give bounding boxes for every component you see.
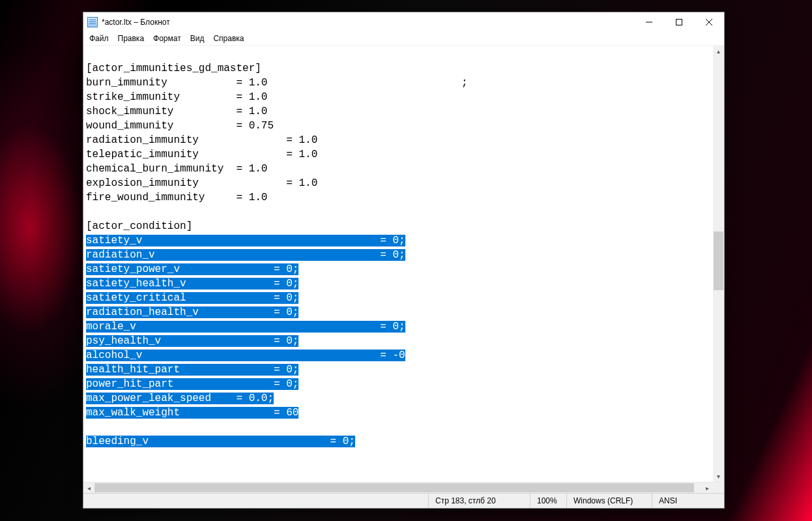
status-line-ending: Windows (CRLF) (567, 494, 652, 508)
selected-text: alcohol_v (86, 350, 142, 361)
status-spacer (83, 494, 428, 508)
text-line: telepatic_immunity = 1.0 (86, 149, 317, 160)
selected-text: = 0; (173, 378, 298, 390)
titlebar[interactable]: *actor.ltx – Блокнот (83, 12, 724, 32)
selected-text: = 60 (180, 407, 298, 419)
text-line: fire_wound_immunity = 1.0 (86, 192, 267, 203)
editor-container: [actor_immunities_gd_master] burn_immuni… (83, 45, 724, 482)
menubar: Файл Правка Формат Вид Справка (83, 32, 724, 45)
scroll-down-icon[interactable]: ▾ (713, 471, 724, 482)
selected-text: = 0; (149, 436, 355, 447)
text-editor[interactable]: [actor_immunities_gd_master] burn_immuni… (83, 46, 713, 482)
close-button[interactable] (694, 12, 724, 32)
selected-text: = 0; (186, 278, 299, 290)
selected-text: max_power_leak_speed (86, 393, 211, 404)
scrollbar-track[interactable] (713, 57, 724, 471)
selected-text: satiety_v (86, 235, 142, 246)
selected-text: = 0; (142, 235, 405, 246)
selected-text: = 0; (180, 263, 298, 275)
selected-text: = 0; (186, 292, 299, 304)
status-position: Стр 183, стлб 20 (429, 494, 530, 508)
vertical-scrollbar[interactable]: ▴ ▾ (713, 46, 724, 482)
status-zoom: 100% (530, 494, 566, 508)
selected-text: = -0 (142, 350, 405, 361)
selected-text: power_hit_part (86, 378, 173, 390)
selected-text: satiety_critical (86, 292, 186, 304)
horizontal-scrollbar[interactable]: ◂ ▸ (83, 482, 724, 493)
selected-text: satiety_power_v (86, 263, 180, 275)
scrollbar-corner (713, 483, 724, 494)
text-line: [actor_immunities_gd_master] (86, 63, 261, 74)
status-encoding: ANSI (652, 494, 724, 508)
selected-text: radiation_v (86, 249, 155, 261)
selected-text: health_hit_part (86, 364, 180, 376)
scroll-left-icon[interactable]: ◂ (83, 483, 94, 494)
selected-text: = 0; (136, 321, 405, 333)
selected-text: = 0.0; (211, 393, 274, 404)
notepad-icon (87, 17, 98, 27)
text-line: strike_immunity = 1.0 (86, 91, 267, 103)
menu-format[interactable]: Формат (149, 33, 186, 44)
selected-text: = 0; (180, 364, 298, 376)
scroll-up-icon[interactable]: ▴ (713, 46, 724, 57)
menu-edit[interactable]: Правка (113, 33, 149, 44)
selected-text: = 0; (161, 335, 298, 347)
text-line: shock_immunity = 1.0 (86, 106, 267, 117)
scroll-right-icon[interactable]: ▸ (702, 483, 713, 494)
maximize-button[interactable] (664, 12, 694, 32)
text-line: [actor_condition] (86, 220, 192, 232)
menu-file[interactable]: Файл (85, 33, 113, 44)
text-line: burn_immunity = 1.0 ; (86, 77, 468, 89)
text-line: chemical_burn_immunity = 1.0 (86, 163, 267, 175)
selected-text: psy_health_v (86, 335, 161, 347)
close-icon (706, 19, 712, 25)
svg-rect-1 (676, 20, 682, 25)
maximize-icon (676, 19, 682, 25)
text-line: radiation_immunity = 1.0 (86, 134, 317, 146)
notepad-window: *actor.ltx – Блокнот Файл Правка Формат … (83, 12, 725, 509)
scrollbar-thumb[interactable] (94, 483, 694, 492)
selected-text: = 0; (155, 249, 405, 261)
scrollbar-track[interactable] (94, 483, 702, 493)
minimize-icon (646, 19, 652, 25)
window-title: *actor.ltx – Блокнот (102, 18, 170, 27)
window-controls (634, 12, 724, 32)
text-line: explosion_immunity = 1.0 (86, 177, 317, 189)
menu-view[interactable]: Вид (186, 33, 209, 44)
selected-text: bleeding_v (86, 436, 149, 447)
selected-text: max_walk_weight (86, 407, 180, 419)
minimize-button[interactable] (634, 12, 664, 32)
scrollbar-thumb[interactable] (714, 231, 723, 290)
text-line: wound_immunity = 0.75 (86, 120, 274, 132)
selected-text: radiation_health_v (86, 306, 199, 318)
statusbar: Стр 183, стлб 20 100% Windows (CRLF) ANS… (83, 493, 724, 508)
selected-text: satiety_health_v (86, 278, 186, 290)
selected-text: = 0; (199, 306, 299, 318)
selected-text: morale_v (86, 321, 136, 333)
menu-help[interactable]: Справка (209, 33, 248, 44)
